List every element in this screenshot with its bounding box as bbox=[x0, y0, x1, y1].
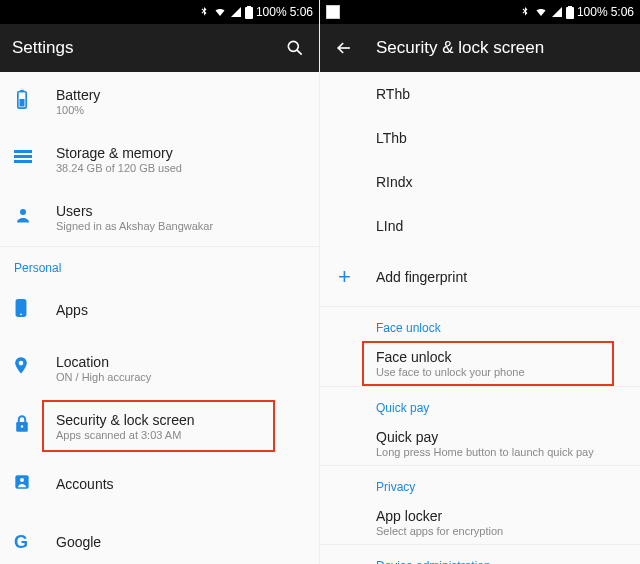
clock-text: 5:06 bbox=[290, 5, 313, 19]
location-icon bbox=[14, 356, 28, 380]
status-right: 100% 5:06 bbox=[519, 5, 634, 19]
wifi-icon bbox=[213, 6, 227, 18]
back-icon[interactable] bbox=[332, 36, 356, 60]
row-accounts[interactable]: Accounts bbox=[0, 455, 319, 513]
notification-icon bbox=[326, 5, 340, 19]
row-fingerprint-rthb[interactable]: RThb bbox=[320, 72, 640, 116]
svg-rect-0 bbox=[245, 7, 253, 19]
svg-point-13 bbox=[19, 361, 24, 366]
svg-point-17 bbox=[20, 478, 24, 482]
battery-icon bbox=[566, 6, 574, 19]
section-face-unlock: Face unlock bbox=[320, 307, 640, 341]
app-bar: Security & lock screen bbox=[320, 24, 640, 72]
row-fingerprint-rindx[interactable]: RIndx bbox=[320, 160, 640, 204]
row-fingerprint-lthb[interactable]: LThb bbox=[320, 116, 640, 160]
row-title: Apps bbox=[56, 302, 305, 318]
row-title: Accounts bbox=[56, 476, 305, 492]
phone-left: 100% 5:06 Settings Battery 100% bbox=[0, 0, 320, 564]
wifi-icon bbox=[534, 6, 548, 18]
section-quick-pay: Quick pay bbox=[320, 387, 640, 421]
signal-icon bbox=[230, 6, 242, 18]
row-title: App locker bbox=[376, 508, 626, 524]
row-sub: Signed in as Akshay Bangwakar bbox=[56, 220, 305, 232]
svg-rect-20 bbox=[568, 6, 572, 8]
row-sub: Use face to unlock your phone bbox=[376, 366, 626, 378]
row-app-locker[interactable]: App locker Select apps for encryption bbox=[320, 500, 640, 544]
row-title: Face unlock bbox=[376, 349, 626, 365]
section-device-admin: Device administration bbox=[320, 545, 640, 564]
google-icon: G bbox=[14, 532, 28, 553]
plus-icon: + bbox=[338, 266, 351, 288]
row-title: Security & lock screen bbox=[56, 412, 305, 428]
row-security[interactable]: Security & lock screen Apps scanned at 3… bbox=[0, 397, 319, 455]
storage-icon bbox=[14, 149, 32, 169]
row-sub: Long press Home button to launch quick p… bbox=[376, 446, 626, 458]
row-title: Users bbox=[56, 203, 305, 219]
row-title: LInd bbox=[376, 218, 403, 234]
row-sub: ON / High accuracy bbox=[56, 371, 305, 383]
appbar-title: Settings bbox=[12, 38, 263, 58]
row-storage[interactable]: Storage & memory 38.24 GB of 120 GB used bbox=[0, 130, 319, 188]
battery-text: 100% bbox=[256, 5, 287, 19]
settings-list[interactable]: Battery 100% Storage & memory 38.24 GB o… bbox=[0, 72, 319, 564]
bluetooth-icon bbox=[519, 6, 531, 18]
row-title: RIndx bbox=[376, 174, 413, 190]
status-left bbox=[326, 5, 340, 19]
bluetooth-icon bbox=[198, 6, 210, 18]
phone-right: 100% 5:06 Security & lock screen RThb LT… bbox=[320, 0, 640, 564]
section-personal: Personal bbox=[0, 247, 319, 281]
appbar-title: Security & lock screen bbox=[376, 38, 628, 58]
app-bar: Settings bbox=[0, 24, 319, 72]
row-title: Battery bbox=[56, 87, 305, 103]
row-sub: Select apps for encryption bbox=[376, 525, 626, 537]
svg-rect-6 bbox=[20, 90, 23, 93]
svg-point-12 bbox=[20, 313, 22, 315]
svg-point-15 bbox=[21, 425, 24, 428]
svg-rect-7 bbox=[14, 150, 32, 153]
battery-settings-icon bbox=[14, 89, 30, 113]
row-location[interactable]: Location ON / High accuracy bbox=[0, 339, 319, 397]
row-sub: 38.24 GB of 120 GB used bbox=[56, 162, 305, 174]
row-quick-pay[interactable]: Quick pay Long press Home button to laun… bbox=[320, 421, 640, 465]
status-bar: 100% 5:06 bbox=[0, 0, 319, 24]
search-icon[interactable] bbox=[283, 36, 307, 60]
battery-icon bbox=[245, 6, 253, 19]
security-list[interactable]: RThb LThb RIndx LInd + Add fingerprint F… bbox=[320, 72, 640, 564]
svg-rect-19 bbox=[566, 7, 574, 19]
row-title: RThb bbox=[376, 86, 410, 102]
row-face-unlock[interactable]: Face unlock Use face to unlock your phon… bbox=[320, 341, 640, 386]
section-privacy: Privacy bbox=[320, 466, 640, 500]
row-add-fingerprint[interactable]: + Add fingerprint bbox=[320, 248, 640, 306]
lock-icon bbox=[14, 415, 30, 437]
clock-text: 5:06 bbox=[611, 5, 634, 19]
svg-rect-9 bbox=[14, 160, 32, 163]
row-sub: 100% bbox=[56, 104, 305, 116]
row-users[interactable]: Users Signed in as Akshay Bangwakar bbox=[0, 188, 319, 246]
svg-rect-8 bbox=[14, 155, 32, 158]
svg-rect-5 bbox=[20, 99, 25, 107]
row-battery[interactable]: Battery 100% bbox=[0, 72, 319, 130]
row-apps[interactable]: Apps bbox=[0, 281, 319, 339]
svg-point-2 bbox=[288, 41, 298, 51]
apps-icon bbox=[14, 298, 28, 322]
signal-icon bbox=[551, 6, 563, 18]
battery-text: 100% bbox=[577, 5, 608, 19]
row-title: Quick pay bbox=[376, 429, 626, 445]
row-title: Location bbox=[56, 354, 305, 370]
row-sub: Apps scanned at 3:03 AM bbox=[56, 429, 305, 441]
row-title: Storage & memory bbox=[56, 145, 305, 161]
row-title: LThb bbox=[376, 130, 407, 146]
row-fingerprint-lind[interactable]: LInd bbox=[320, 204, 640, 248]
svg-rect-1 bbox=[247, 6, 251, 8]
status-bar: 100% 5:06 bbox=[320, 0, 640, 24]
accounts-icon bbox=[14, 474, 30, 494]
row-title: Google bbox=[56, 534, 305, 550]
svg-line-3 bbox=[297, 50, 302, 55]
users-icon bbox=[14, 207, 32, 227]
row-google[interactable]: G Google bbox=[0, 513, 319, 564]
svg-point-10 bbox=[20, 209, 26, 215]
status-right: 100% 5:06 bbox=[198, 5, 313, 19]
row-title: Add fingerprint bbox=[376, 269, 626, 285]
